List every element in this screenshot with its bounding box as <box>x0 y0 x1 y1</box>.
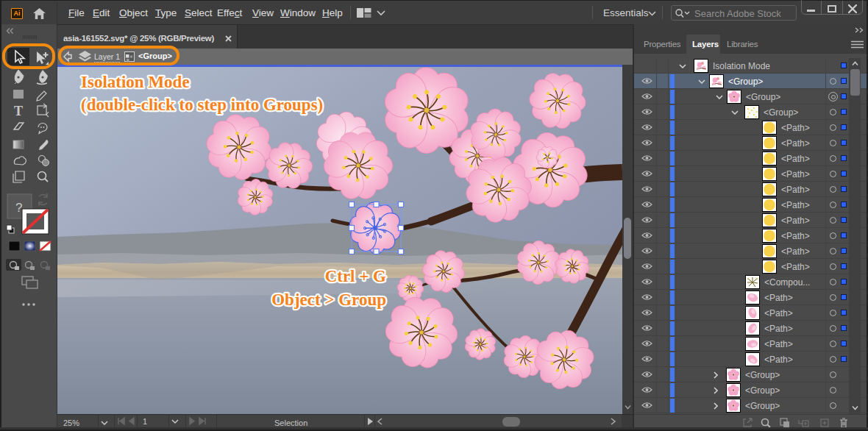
svg-text:T: T <box>14 104 23 118</box>
svg-text:?: ? <box>15 201 22 215</box>
svg-text:1: 1 <box>143 417 147 426</box>
svg-text:(double-click to step into Gro: (double-click to step into Groups) <box>81 96 323 114</box>
svg-text:Ctrl + G: Ctrl + G <box>325 267 386 285</box>
svg-text:Object > Group: Object > Group <box>271 291 386 309</box>
svg-text:Isolation Mode: Isolation Mode <box>81 73 190 91</box>
